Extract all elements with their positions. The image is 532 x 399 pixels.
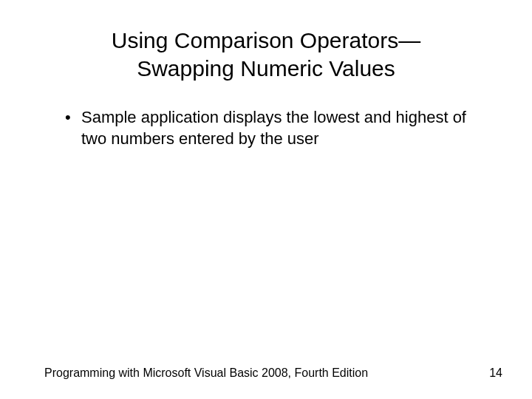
page-number: 14 — [489, 366, 502, 380]
footer-text: Programming with Microsoft Visual Basic … — [44, 366, 368, 380]
footer: Programming with Microsoft Visual Basic … — [44, 366, 502, 380]
slide: Using Comparison Operators— Swapping Num… — [0, 0, 532, 399]
title-line-1: Using Comparison Operators— — [112, 28, 421, 52]
list-item: Sample application displays the lowest a… — [65, 107, 488, 149]
bullet-text: Sample application displays the lowest a… — [81, 108, 466, 148]
slide-title: Using Comparison Operators— Swapping Num… — [44, 27, 488, 82]
bullet-list: Sample application displays the lowest a… — [44, 107, 488, 149]
title-line-2: Swapping Numeric Values — [137, 56, 395, 81]
